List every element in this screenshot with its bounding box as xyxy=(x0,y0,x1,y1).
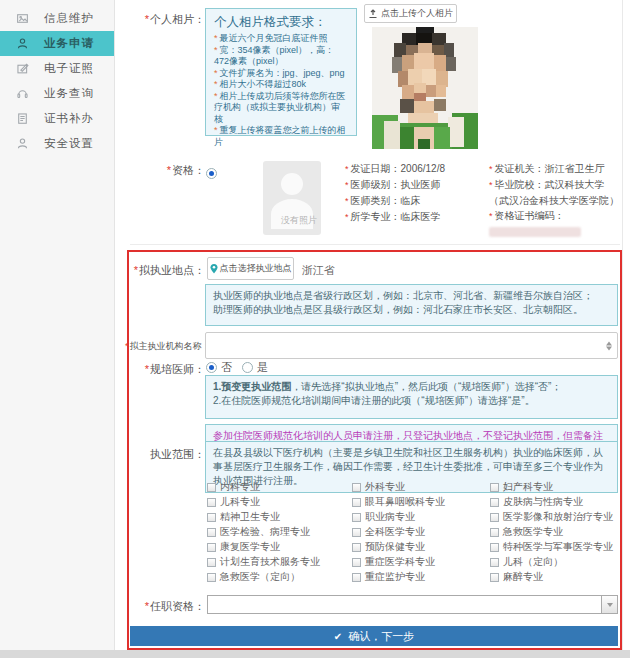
checkbox-icon xyxy=(490,573,499,582)
bullet-icon: * xyxy=(345,164,349,174)
trainee-yes-radio[interactable] xyxy=(242,362,253,373)
sidebar-item-e-license[interactable]: 电子证照 xyxy=(0,56,114,81)
sidebar: 信息维护 业务申请 电子证照 业务查询 证书补办 xyxy=(0,0,115,650)
checkbox-icon xyxy=(352,558,361,567)
sidebar-item-security-settings[interactable]: 安全设置 xyxy=(0,131,114,156)
trainee-doctor-label: *规培医师： xyxy=(128,362,205,377)
title-qualification-label: *任职资格： xyxy=(128,599,205,614)
hint-line: 2.在住院医师规范化培训期间申请注册的此项（“规培医师”）请选择“是”。 xyxy=(213,394,610,408)
checkbox-icon xyxy=(490,558,499,567)
bullet-icon: * xyxy=(214,91,218,101)
scope-checkbox-internal-medicine[interactable]: 内科专业 xyxy=(207,481,352,493)
practice-location-label: *拟执业地点： xyxy=(128,263,205,278)
scope-checkbox-emergency[interactable]: 急救医学专业 xyxy=(490,526,620,538)
scope-checkbox-critical-care-med[interactable]: 重症医学科专业 xyxy=(352,556,490,568)
detail-line: *资格证书编码： xyxy=(489,208,621,239)
sidebar-item-business-query[interactable]: 业务查询 xyxy=(0,81,114,106)
detail-line: *医师类别：临床 xyxy=(345,193,483,209)
practice-scope-checkbox-grid: 内科专业 外科专业 妇产科专业 儿科专业 眼耳鼻咽喉科专业 皮肤病与性病专业 精… xyxy=(207,481,620,583)
photo-requirements-box: 个人相片格式要求： *最近六个月免冠白底证件照 *宽：354像素（pixel），… xyxy=(205,8,357,136)
select-location-button[interactable]: 点击选择执业地点 xyxy=(207,257,294,280)
scope-checkbox-emergency-targeted[interactable]: 急救医学（定向） xyxy=(207,571,352,583)
required-asterisk: * xyxy=(134,264,138,276)
scope-checkbox-obgyn[interactable]: 妇产科专业 xyxy=(490,481,620,493)
upload-photo-button-label: 点击上传个人相片 xyxy=(381,7,453,20)
scope-checkbox-rehabilitation[interactable]: 康复医学专业 xyxy=(207,541,352,553)
hint-line: 助理医师的执业地点是区县级行政区划，例如：河北石家庄市长安区、北京朝阳区。 xyxy=(213,303,610,317)
hint-line: 1.预变更执业范围，请先选择“拟执业地点”，然后此项（“规培医师”）选择“否”； xyxy=(213,380,610,394)
sidebar-item-label: 安全设置 xyxy=(44,136,94,151)
confirm-next-button-label: 确认，下一步 xyxy=(348,629,414,644)
scope-checkbox-anesthesiology[interactable]: 麻醉专业 xyxy=(490,571,620,583)
redacted-certificate-code xyxy=(489,227,581,237)
sidebar-item-business-apply[interactable]: 业务申请 xyxy=(0,31,114,56)
edit-icon xyxy=(0,62,44,75)
scope-checkbox-icu[interactable]: 重症监护专业 xyxy=(352,571,490,583)
checkbox-icon xyxy=(207,558,216,567)
checkbox-icon xyxy=(352,528,361,537)
checkbox-icon xyxy=(490,543,499,552)
detail-line: *发证机关：浙江省卫生厅 xyxy=(489,161,621,177)
checkbox-icon xyxy=(207,543,216,552)
checkbox-icon xyxy=(352,543,361,552)
sidebar-item-certificate-reissue[interactable]: 证书补办 xyxy=(0,106,114,131)
bullet-icon: * xyxy=(214,68,218,78)
list-item: *相片大小不得超过80k xyxy=(214,79,348,91)
scope-checkbox-dermatology[interactable]: 皮肤病与性病专业 xyxy=(490,496,620,508)
scope-checkbox-lab-pathology[interactable]: 医学检验、病理专业 xyxy=(207,526,352,538)
detail-line: *所学专业：临床医学 xyxy=(345,209,483,225)
bullet-icon: * xyxy=(489,180,493,190)
scope-checkbox-radiology[interactable]: 医学影像和放射治疗专业 xyxy=(490,511,620,523)
medical-registration-page: 信息维护 业务申请 电子证照 业务查询 证书补办 xyxy=(0,0,630,658)
checkbox-icon xyxy=(207,513,216,522)
required-asterisk: * xyxy=(167,164,171,176)
bullet-icon: * xyxy=(489,211,493,221)
sidebar-item-info-maintenance[interactable]: 信息维护 xyxy=(0,6,114,31)
scope-checkbox-preventive-care[interactable]: 预防保健专业 xyxy=(352,541,490,553)
location-pin-icon xyxy=(210,264,218,274)
qualification-radio[interactable] xyxy=(206,168,217,179)
bullet-icon: * xyxy=(345,212,349,222)
bullet-icon: * xyxy=(214,125,218,135)
dropdown-button[interactable] xyxy=(601,596,617,613)
required-asterisk: * xyxy=(145,13,149,25)
list-item: *文件扩展名为：jpg、jpeg、png xyxy=(214,68,348,80)
page-bottom-strip xyxy=(0,650,630,658)
checkbox-icon xyxy=(207,528,216,537)
list-item: *最近六个月免冠白底证件照 xyxy=(214,33,348,45)
checkbox-icon xyxy=(207,498,216,507)
trainee-yes-label: 是 xyxy=(257,360,268,375)
checkbox-icon xyxy=(352,498,361,507)
headset-icon xyxy=(0,87,44,100)
list-item: *宽：354像素（pixel），高：472像素（pixel） xyxy=(214,45,348,68)
scope-checkbox-ent[interactable]: 眼耳鼻咽喉科专业 xyxy=(352,496,490,508)
scope-checkbox-mental-health[interactable]: 精神卫生专业 xyxy=(207,511,352,523)
checkbox-icon xyxy=(352,513,361,522)
uploaded-photo xyxy=(372,27,478,149)
detail-line: *发证日期：2006/12/8 xyxy=(345,161,483,177)
checkbox-icon xyxy=(207,483,216,492)
scope-checkbox-general-practice[interactable]: 全科医学专业 xyxy=(352,526,490,538)
scope-checkbox-pediatrics[interactable]: 儿科专业 xyxy=(207,496,352,508)
upload-photo-button[interactable]: 点击上传个人相片 xyxy=(364,4,457,23)
check-icon: ✔ xyxy=(334,631,342,642)
title-qualification-select[interactable] xyxy=(207,595,618,614)
main-org-name-combobox[interactable] xyxy=(205,332,618,359)
scope-checkbox-occupational[interactable]: 职业病专业 xyxy=(352,511,490,523)
scope-checkbox-pediatrics-targeted[interactable]: 儿科（定向） xyxy=(490,556,620,568)
scope-checkbox-surgery[interactable]: 外科专业 xyxy=(352,481,490,493)
detail-line: *医师级别：执业医师 xyxy=(345,177,483,193)
no-photo-text: 没有照片 xyxy=(281,214,317,227)
scope-checkbox-special-military[interactable]: 特种医学与军事医学专业 xyxy=(490,541,620,553)
required-asterisk: * xyxy=(145,600,149,612)
list-item: *重复上传将覆盖您之前上传的相片 xyxy=(214,125,348,148)
trainee-doctor-radio-group: 否 是 xyxy=(206,360,268,375)
required-asterisk: * xyxy=(145,363,149,375)
trainee-no-radio[interactable] xyxy=(206,362,217,373)
select-location-button-label: 点击选择执业地点 xyxy=(220,262,292,275)
confirm-next-button[interactable]: ✔ 确认，下一步 xyxy=(130,626,618,646)
user-icon xyxy=(0,37,44,50)
scope-checkbox-family-planning[interactable]: 计划生育技术服务专业 xyxy=(207,556,352,568)
spinner-icon xyxy=(606,341,612,350)
upload-icon xyxy=(368,9,378,19)
